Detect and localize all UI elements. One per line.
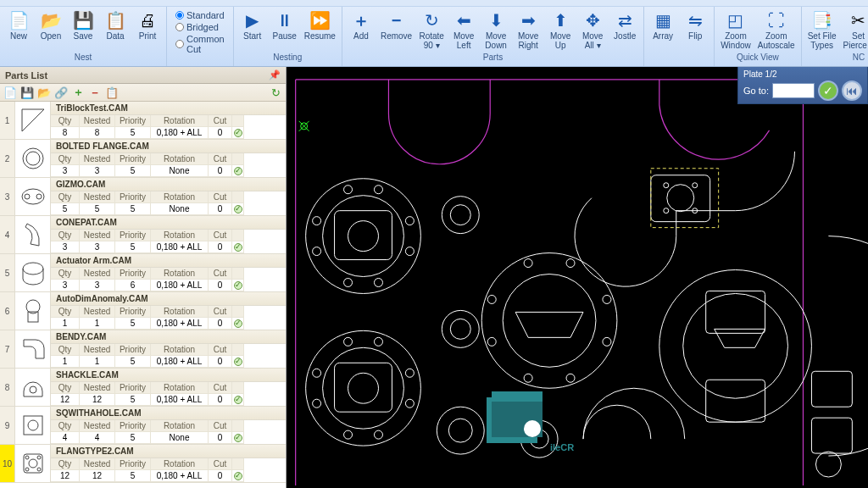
radio-standard[interactable]: Standard xyxy=(175,10,225,20)
set-pierce-button[interactable]: ✂Set Pierce ▾ xyxy=(841,8,868,52)
group-nesttype: Standard Bridged Common Cut xyxy=(167,7,234,66)
jostle-button[interactable]: ⇄Jostle xyxy=(609,8,640,42)
move-all-button[interactable]: ✥Move All ▾ xyxy=(577,8,608,52)
move-left-button[interactable]: ⬅Move Left xyxy=(448,8,479,52)
arrow-up-icon: ⬆ xyxy=(550,10,570,30)
part-row[interactable]: 4CONEPAT.CAMQtyNestedPriorityRotationCut… xyxy=(0,216,286,254)
parts-list[interactable]: 1TriBlockTest.CAMQtyNestedPriorityRotati… xyxy=(0,102,286,488)
move-right-button[interactable]: ➡Move Right xyxy=(513,8,543,52)
workspace: Parts List 📌 📄 💾 📂 🔗 ＋ − 📋 ↻ 1TriBlockTe… xyxy=(0,67,868,488)
svg-rect-9 xyxy=(24,416,42,435)
parts-header: Parts List 📌 xyxy=(0,67,286,84)
part-name: SQWITHAHOLE.CAM xyxy=(51,407,286,420)
tb-save-icon[interactable]: 💾 xyxy=(20,86,34,99)
data-button[interactable]: 📋Data xyxy=(100,8,131,42)
part-thumb xyxy=(15,292,51,330)
part-thumb xyxy=(15,407,51,444)
plate-bar: Plate 1/2 Go to: ✓ ⏮ xyxy=(737,67,868,104)
tb-new-icon[interactable]: 📄 xyxy=(3,86,17,99)
parts-toolbar: 📄 💾 📂 🔗 ＋ − 📋 ↻ xyxy=(0,84,286,102)
part-row[interactable]: 5Actuator Arm.CAMQtyNestedPriorityRotati… xyxy=(0,254,286,292)
group-nest-label: Nest xyxy=(75,53,92,64)
check-icon xyxy=(234,205,242,214)
tb-copy-icon[interactable]: 📋 xyxy=(105,86,119,99)
part-row[interactable]: 2BOLTED FLANGE.CAMQtyNestedPriorityRotat… xyxy=(0,140,286,178)
zoom-autoscale-button[interactable]: ⛶Zoom Autoscale xyxy=(755,8,798,52)
check-icon xyxy=(234,434,242,442)
array-button[interactable]: ▦Array xyxy=(648,8,678,42)
part-number: 3 xyxy=(0,178,15,215)
svg-point-4 xyxy=(36,194,42,199)
part-thumb xyxy=(15,102,51,139)
part-row[interactable]: 1TriBlockTest.CAMQtyNestedPriorityRotati… xyxy=(0,102,286,140)
move-down-button[interactable]: ⬇Move Down xyxy=(481,8,511,52)
radio-common-cut[interactable]: Common Cut xyxy=(175,34,225,54)
part-number: 2 xyxy=(0,140,15,177)
part-row[interactable]: 8SHACKLE.CAMQtyNestedPriorityRotationCut… xyxy=(0,369,286,407)
part-row[interactable]: 10FLANGTYPE2.CAMQtyNestedPriorityRotatio… xyxy=(0,445,286,483)
set-file-types-button[interactable]: 📑Set File Types xyxy=(805,8,839,52)
part-number: 4 xyxy=(0,216,15,253)
move-up-button[interactable]: ⬆Move Up xyxy=(545,8,576,52)
part-row[interactable]: 3GIZMO.CAMQtyNestedPriorityRotationCut55… xyxy=(0,178,286,216)
goto-input[interactable] xyxy=(772,83,815,98)
svg-point-12 xyxy=(29,459,37,468)
resume-button[interactable]: ⏩Resume xyxy=(302,8,338,42)
check-icon xyxy=(234,281,242,290)
start-button[interactable]: ▶Start xyxy=(237,8,268,42)
tb-link-icon[interactable]: 🔗 xyxy=(54,86,68,99)
check-icon xyxy=(234,243,242,252)
print-button[interactable]: 🖨Print xyxy=(132,8,163,42)
new-button[interactable]: 📄New xyxy=(3,8,34,42)
save-icon: 💾 xyxy=(73,10,93,30)
pause-button[interactable]: ⏸Pause xyxy=(270,8,300,42)
canvas-area[interactable]: Plate 1/2 Go to: ✓ ⏮ xyxy=(287,67,868,488)
rotate-button[interactable]: ↻Rotate 90 ▾ xyxy=(416,8,447,52)
tb-remove-icon[interactable]: − xyxy=(88,86,102,99)
part-number: 1 xyxy=(0,102,15,139)
part-number: 10 xyxy=(0,445,15,482)
add-button[interactable]: ＋Add xyxy=(346,8,376,42)
check-icon xyxy=(234,358,242,366)
part-name: GIZMO.CAM xyxy=(51,178,286,191)
group-nc: 📑Set File Types ✂Set Pierce ▾ 2↵Resequ N… xyxy=(802,7,868,66)
goto-ok-button[interactable]: ✓ xyxy=(818,80,838,101)
plus-icon: ＋ xyxy=(351,10,371,30)
flip-icon: ⇋ xyxy=(685,10,705,30)
resume-icon: ⏩ xyxy=(309,10,330,30)
part-row[interactable]: 7BENDY.CAMQtyNestedPriorityRotationCut11… xyxy=(0,330,286,369)
svg-text:ileCR: ileCR xyxy=(550,442,574,452)
rotate-icon: ↻ xyxy=(421,10,442,30)
print-icon: 🖨 xyxy=(137,10,158,30)
svg-point-14 xyxy=(37,456,41,459)
goto-first-button[interactable]: ⏮ xyxy=(842,80,862,101)
part-number: 5 xyxy=(0,254,15,291)
part-name: SHACKLE.CAM xyxy=(51,369,286,382)
check-icon xyxy=(234,319,242,328)
part-thumb xyxy=(15,178,51,215)
svg-rect-11 xyxy=(24,454,42,473)
part-name: AutoDimAnomaly.CAM xyxy=(51,292,286,306)
open-button[interactable]: 📂Open xyxy=(36,8,66,42)
zoom-window-icon: ◰ xyxy=(726,10,746,30)
part-name: TriBlockTest.CAM xyxy=(51,102,286,115)
arrow-right-icon: ➡ xyxy=(518,10,538,30)
tb-add-icon[interactable]: ＋ xyxy=(71,86,85,99)
remove-button[interactable]: −Remove xyxy=(378,8,415,42)
zoom-window-button[interactable]: ◰Zoom Window xyxy=(718,8,754,52)
pin-icon[interactable]: 📌 xyxy=(269,69,281,80)
group-file: 📄New 📂Open 💾Save 📋Data 🖨Print Nest xyxy=(0,7,167,66)
minus-icon: − xyxy=(387,10,407,30)
tb-refresh-icon[interactable]: ↻ xyxy=(269,86,282,99)
part-row[interactable]: 6AutoDimAnomaly.CAMQtyNestedPriorityRota… xyxy=(0,292,286,330)
flip-button[interactable]: ⇋Flip xyxy=(680,8,710,42)
part-name: CONEPAT.CAM xyxy=(51,216,286,230)
save-button[interactable]: 💾Save xyxy=(68,8,98,42)
pause-icon: ⏸ xyxy=(275,10,295,30)
group-parts: ＋Add −Remove ↻Rotate 90 ▾ ⬅Move Left ⬇Mo… xyxy=(342,7,644,66)
radio-bridged[interactable]: Bridged xyxy=(175,22,225,32)
part-row[interactable]: 9SQWITHAHOLE.CAMQtyNestedPriorityRotatio… xyxy=(0,407,286,445)
nest-type-radios: Standard Bridged Common Cut xyxy=(170,8,230,56)
new-icon: 📄 xyxy=(8,10,29,30)
tb-open-icon[interactable]: 📂 xyxy=(37,86,51,99)
